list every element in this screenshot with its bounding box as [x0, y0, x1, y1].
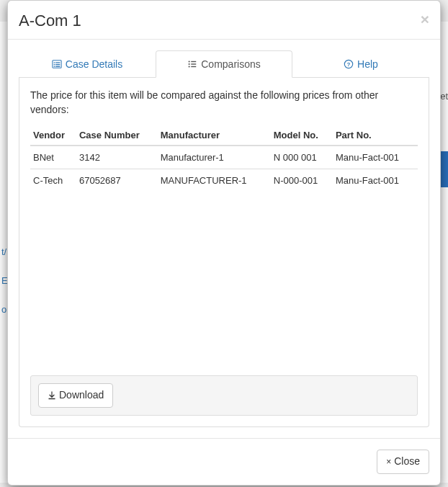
- svg-point-11: [189, 66, 190, 67]
- svg-text:?: ?: [347, 61, 351, 68]
- svg-rect-8: [192, 61, 197, 62]
- modal-body: Case Details Comparisons ? Help The pric…: [8, 40, 440, 438]
- cell-part: Manu-Fact-001: [333, 169, 418, 192]
- modal-footer: × Close: [8, 438, 440, 485]
- svg-rect-5: [53, 66, 55, 67]
- tab-label: Comparisons: [201, 58, 260, 70]
- table-header-row: Vendor Case Number Manufacturer Model No…: [30, 125, 418, 146]
- table-row: BNet 3142 Manufacturer-1 N 000 001 Manu-…: [30, 146, 418, 169]
- download-button[interactable]: Download: [38, 383, 113, 408]
- close-button[interactable]: × Close: [377, 450, 429, 474]
- spacer: [30, 192, 418, 368]
- cell-manufacturer: Manufacturer-1: [158, 146, 271, 169]
- tab-bar: Case Details Comparisons ? Help: [19, 50, 429, 78]
- col-case: Case Number: [76, 125, 158, 146]
- x-icon: ×: [386, 456, 391, 468]
- tab-help[interactable]: ? Help: [292, 50, 429, 78]
- question-circle-icon: ?: [344, 59, 354, 69]
- modal-header: A-Com 1 ×: [8, 1, 440, 40]
- svg-point-9: [189, 63, 190, 65]
- svg-rect-10: [192, 63, 197, 64]
- cell-vendor: C-Tech: [30, 169, 76, 192]
- svg-point-7: [189, 61, 190, 62]
- download-bar: Download: [30, 375, 418, 416]
- cell-manufacturer: MANUFACTURER-1: [158, 169, 271, 192]
- svg-rect-1: [53, 62, 55, 63]
- tab-content: The price for this item will be compared…: [19, 78, 429, 427]
- tab-case-details[interactable]: Case Details: [19, 50, 156, 78]
- comparison-table: Vendor Case Number Manufacturer Model No…: [30, 125, 418, 192]
- svg-rect-4: [55, 64, 60, 65]
- download-icon: [48, 391, 56, 400]
- modal-title: A-Com 1: [19, 12, 81, 30]
- svg-rect-3: [53, 64, 55, 65]
- tab-label: Case Details: [66, 58, 122, 70]
- col-part: Part No.: [333, 125, 418, 146]
- col-manufacturer: Manufacturer: [158, 125, 271, 146]
- close-icon[interactable]: ×: [421, 12, 429, 27]
- tab-comparisons[interactable]: Comparisons: [156, 50, 292, 78]
- cell-case: 3142: [76, 146, 158, 169]
- cell-part: Manu-Fact-001: [333, 146, 418, 169]
- svg-rect-6: [55, 66, 60, 67]
- col-model: Model No.: [271, 125, 333, 146]
- cell-model: N-000-001: [271, 169, 333, 192]
- list-alt-icon: [52, 59, 62, 69]
- svg-rect-15: [49, 398, 55, 400]
- table-row: C-Tech 67052687 MANUFACTURER-1 N-000-001…: [30, 169, 418, 192]
- cell-model: N 000 001: [271, 146, 333, 169]
- intro-text: The price for this item will be compared…: [30, 89, 418, 117]
- modal-dialog: A-Com 1 × Case Details Comparisons ? He: [7, 0, 441, 486]
- svg-rect-12: [192, 66, 197, 67]
- cell-case: 67052687: [76, 169, 158, 192]
- cell-vendor: BNet: [30, 146, 76, 169]
- tab-label: Help: [357, 58, 378, 70]
- close-label: Close: [394, 455, 420, 469]
- col-vendor: Vendor: [30, 125, 76, 146]
- list-icon: [187, 59, 197, 69]
- svg-rect-2: [55, 62, 60, 63]
- download-label: Download: [59, 388, 104, 403]
